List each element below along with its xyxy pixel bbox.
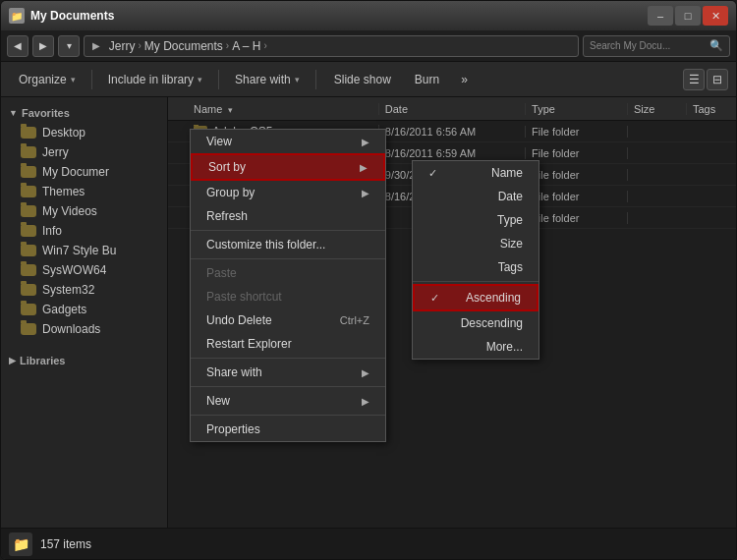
sortby-tags[interactable]: Tags	[413, 255, 539, 279]
mydocuments-folder-icon	[21, 166, 36, 178]
context-menu[interactable]: View ▶ Sort by ▶ Group by ▶ Refresh	[190, 129, 386, 442]
library-label: Include in library	[108, 73, 194, 86]
sortby-more[interactable]: More...	[413, 335, 539, 359]
downloads-label: Downloads	[42, 322, 100, 336]
organize-button[interactable]: Organize ▾	[9, 66, 85, 93]
minimize-button[interactable]: –	[648, 6, 673, 26]
col-size-header[interactable]: Size	[628, 103, 687, 115]
sortby-date[interactable]: Date	[413, 185, 539, 208]
recent-button[interactable]: ▾	[58, 35, 80, 57]
sidebar-item-myvideos[interactable]: My Videos	[1, 201, 167, 221]
favorites-header[interactable]: ▼ Favorites	[1, 103, 167, 123]
sortby-descending[interactable]: Descending	[413, 311, 539, 335]
more-button[interactable]: »	[451, 66, 478, 93]
sortby-type[interactable]: Type	[413, 208, 539, 232]
ctx-refresh-label: Refresh	[206, 209, 248, 223]
sortby-name[interactable]: ✓ Name	[413, 161, 539, 185]
themes-label: Themes	[42, 185, 85, 198]
ctx-restart[interactable]: Restart Explorer	[191, 332, 385, 356]
col-tags-header[interactable]: Tags	[687, 103, 736, 115]
slideshow-button[interactable]: Slide show	[322, 66, 403, 93]
col-type-header[interactable]: Type	[526, 103, 628, 115]
sidebar-item-jerry[interactable]: Jerry	[1, 142, 167, 162]
sortby-type-label: Type	[497, 213, 523, 227]
sortby-ascending[interactable]: ✓ Ascending	[413, 284, 539, 311]
library-button[interactable]: Include in library ▾	[98, 66, 212, 93]
sortby-size[interactable]: Size	[413, 232, 539, 255]
more-label: »	[461, 73, 468, 86]
sidebar-item-win7style[interactable]: Win7 Style Bu	[1, 241, 167, 260]
sidebar: ▼ Favorites Desktop Jerry My Documer The…	[1, 97, 168, 528]
window-icon: 📁	[9, 8, 25, 24]
path-arrow-2: ›	[226, 40, 229, 51]
sidebar-item-downloads[interactable]: Downloads	[1, 319, 167, 339]
ctx-groupby[interactable]: Group by ▶	[191, 181, 385, 204]
pane-toggle-button[interactable]: ⊟	[707, 69, 728, 90]
path-sep-1	[103, 40, 106, 51]
ctx-sortby[interactable]: Sort by ▶	[191, 153, 385, 181]
desktop-label: Desktop	[42, 126, 85, 140]
ctx-sep-5	[191, 415, 385, 416]
search-box[interactable]: Search My Docu... 🔍	[583, 35, 730, 57]
ctx-sortby-label: Sort by	[208, 160, 246, 174]
maximize-button[interactable]: □	[675, 6, 701, 26]
favorites-label: Favorites	[22, 107, 70, 119]
sidebar-item-info[interactable]: Info	[1, 221, 167, 241]
col-name-header[interactable]: Name ▾	[188, 103, 379, 115]
view-toggle-button[interactable]: ☰	[683, 69, 705, 90]
ctx-new-arrow: ▶	[362, 396, 369, 407]
desktop-folder-icon	[21, 127, 36, 139]
system32-folder-icon	[21, 284, 36, 296]
sidebar-item-mydocuments[interactable]: My Documer	[1, 162, 167, 182]
row-date-0: 8/16/2011 6:56 AM	[379, 126, 526, 138]
win7style-label: Win7 Style Bu	[42, 244, 116, 257]
burn-button[interactable]: Burn	[405, 66, 449, 93]
ctx-sep-3	[191, 358, 385, 359]
ctx-refresh[interactable]: Refresh	[191, 204, 385, 228]
ctx-sep-1	[191, 230, 385, 231]
myvideos-label: My Videos	[42, 204, 97, 218]
col-date-header[interactable]: Date	[379, 103, 526, 115]
share-button[interactable]: Share with ▾	[225, 66, 310, 93]
sidebar-item-system32[interactable]: System32	[1, 280, 167, 300]
mydocuments-label: My Documer	[42, 165, 109, 179]
ctx-customize[interactable]: Customize this folder...	[191, 233, 385, 256]
sidebar-item-themes[interactable]: Themes	[1, 182, 167, 201]
sidebar-item-syswow64[interactable]: SysWOW64	[1, 260, 167, 280]
slideshow-label: Slide show	[334, 73, 391, 86]
ctx-properties[interactable]: Properties	[191, 418, 385, 441]
info-label: Info	[42, 224, 62, 238]
ctx-view[interactable]: View ▶	[191, 130, 385, 153]
item-count: 157 items	[40, 537, 91, 551]
path-arrow-3: ›	[264, 40, 267, 51]
sortby-more-label: More...	[486, 340, 523, 354]
myvideos-folder-icon	[21, 205, 36, 217]
ctx-sortby-arrow: ▶	[360, 162, 368, 173]
forward-button[interactable]: ▶	[32, 35, 54, 57]
path-segment-ah: A – H	[232, 39, 260, 53]
library-arrow: ▾	[198, 75, 202, 84]
organize-arrow: ▾	[71, 75, 76, 84]
ctx-share-label: Share with	[206, 365, 262, 379]
ctx-share[interactable]: Share with ▶	[191, 361, 385, 384]
toolbar-sep-1	[91, 70, 92, 89]
row-type-0: File folder	[526, 126, 628, 138]
themes-folder-icon	[21, 186, 36, 197]
sortby-submenu[interactable]: ✓ Name Date Type Size	[412, 160, 539, 360]
libraries-header[interactable]: ▶ Libraries	[1, 351, 167, 370]
syswow64-label: SysWOW64	[42, 263, 106, 277]
ctx-customize-label: Customize this folder...	[206, 238, 325, 252]
row-type-1: File folder	[526, 147, 628, 159]
sidebar-item-gadgets[interactable]: Gadgets	[1, 300, 167, 319]
libraries-arrow: ▶	[9, 356, 16, 365]
sidebar-item-desktop[interactable]: Desktop	[1, 123, 167, 142]
ctx-undo[interactable]: Undo Delete Ctrl+Z	[191, 308, 385, 332]
jerry-label: Jerry	[42, 145, 69, 159]
address-path[interactable]: ▶ Jerry › My Documents › A – H ›	[84, 35, 579, 57]
ctx-new[interactable]: New ▶	[191, 389, 385, 413]
back-button[interactable]: ◀	[7, 35, 28, 57]
share-arrow: ▾	[295, 75, 300, 84]
close-button[interactable]: ✕	[703, 6, 728, 26]
sortby-ascending-label: Ascending	[466, 291, 521, 305]
jerry-folder-icon	[21, 146, 36, 158]
